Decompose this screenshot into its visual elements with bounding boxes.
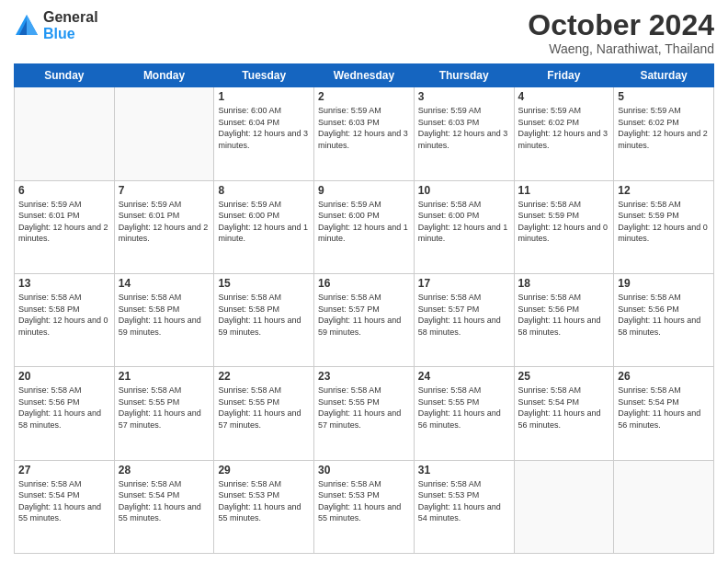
logo-text: General Blue xyxy=(43,9,98,41)
header-row: Sunday Monday Tuesday Wednesday Thursday… xyxy=(15,64,714,87)
calendar-cell: 20Sunrise: 5:58 AM Sunset: 5:56 PM Dayli… xyxy=(15,367,115,460)
day-number: 27 xyxy=(18,464,110,477)
calendar-cell: 10Sunrise: 5:58 AM Sunset: 6:00 PM Dayli… xyxy=(414,180,514,273)
day-number: 28 xyxy=(119,464,210,477)
day-info: Sunrise: 5:58 AM Sunset: 5:58 PM Dayligh… xyxy=(218,292,310,338)
calendar-cell: 5Sunrise: 5:59 AM Sunset: 6:02 PM Daylig… xyxy=(614,87,714,180)
calendar-cell: 1Sunrise: 6:00 AM Sunset: 6:04 PM Daylig… xyxy=(214,87,314,180)
day-info: Sunrise: 5:58 AM Sunset: 5:56 PM Dayligh… xyxy=(18,385,110,431)
day-info: Sunrise: 5:58 AM Sunset: 5:55 PM Dayligh… xyxy=(418,385,510,431)
calendar-cell: 26Sunrise: 5:58 AM Sunset: 5:54 PM Dayli… xyxy=(614,367,714,460)
day-number: 19 xyxy=(618,277,710,290)
calendar-cell: 21Sunrise: 5:58 AM Sunset: 5:55 PM Dayli… xyxy=(114,367,214,460)
calendar-cell: 16Sunrise: 5:58 AM Sunset: 5:57 PM Dayli… xyxy=(314,273,415,366)
header: General Blue October 2024 Waeng, Narathi… xyxy=(14,9,714,56)
calendar-cell: 31Sunrise: 5:58 AM Sunset: 5:53 PM Dayli… xyxy=(414,460,514,553)
calendar-cell xyxy=(614,460,714,553)
calendar-cell xyxy=(114,87,214,180)
day-info: Sunrise: 5:59 AM Sunset: 6:02 PM Dayligh… xyxy=(518,105,610,151)
calendar-cell: 27Sunrise: 5:58 AM Sunset: 5:54 PM Dayli… xyxy=(15,460,115,553)
logo-blue: Blue xyxy=(43,26,98,42)
calendar-cell: 2Sunrise: 5:59 AM Sunset: 6:03 PM Daylig… xyxy=(314,87,415,180)
day-number: 7 xyxy=(119,184,210,197)
calendar-week-5: 27Sunrise: 5:58 AM Sunset: 5:54 PM Dayli… xyxy=(15,460,714,553)
calendar-week-4: 20Sunrise: 5:58 AM Sunset: 5:56 PM Dayli… xyxy=(15,367,714,460)
day-info: Sunrise: 5:58 AM Sunset: 5:53 PM Dayligh… xyxy=(218,478,310,524)
col-saturday: Saturday xyxy=(614,64,714,87)
calendar-cell: 24Sunrise: 5:58 AM Sunset: 5:55 PM Dayli… xyxy=(414,367,514,460)
day-info: Sunrise: 5:58 AM Sunset: 5:58 PM Dayligh… xyxy=(119,292,210,338)
day-number: 25 xyxy=(518,370,610,383)
col-friday: Friday xyxy=(514,64,614,87)
calendar-body: 1Sunrise: 6:00 AM Sunset: 6:04 PM Daylig… xyxy=(15,87,714,554)
calendar-week-3: 13Sunrise: 5:58 AM Sunset: 5:58 PM Dayli… xyxy=(15,273,714,366)
day-number: 29 xyxy=(218,464,310,477)
day-number: 20 xyxy=(18,370,110,383)
calendar-cell xyxy=(514,460,614,553)
day-info: Sunrise: 5:58 AM Sunset: 5:58 PM Dayligh… xyxy=(18,292,110,338)
day-info: Sunrise: 5:58 AM Sunset: 5:54 PM Dayligh… xyxy=(618,385,710,431)
day-number: 30 xyxy=(318,464,410,477)
day-info: Sunrise: 5:59 AM Sunset: 6:01 PM Dayligh… xyxy=(119,199,210,245)
calendar-week-1: 1Sunrise: 6:00 AM Sunset: 6:04 PM Daylig… xyxy=(15,87,714,180)
day-info: Sunrise: 5:58 AM Sunset: 5:57 PM Dayligh… xyxy=(318,292,410,338)
calendar-cell xyxy=(15,87,115,180)
logo-general: General xyxy=(43,9,98,26)
day-number: 6 xyxy=(18,184,110,197)
calendar-cell: 9Sunrise: 5:59 AM Sunset: 6:00 PM Daylig… xyxy=(314,180,415,273)
day-info: Sunrise: 5:58 AM Sunset: 5:59 PM Dayligh… xyxy=(518,199,610,245)
calendar-cell: 6Sunrise: 5:59 AM Sunset: 6:01 PM Daylig… xyxy=(15,180,115,273)
day-info: Sunrise: 5:58 AM Sunset: 5:56 PM Dayligh… xyxy=(618,292,710,338)
day-number: 11 xyxy=(518,184,610,197)
calendar-cell: 13Sunrise: 5:58 AM Sunset: 5:58 PM Dayli… xyxy=(15,273,115,366)
calendar-cell: 14Sunrise: 5:58 AM Sunset: 5:58 PM Dayli… xyxy=(114,273,214,366)
col-tuesday: Tuesday xyxy=(214,64,314,87)
logo: General Blue xyxy=(14,9,98,41)
calendar-cell: 3Sunrise: 5:59 AM Sunset: 6:03 PM Daylig… xyxy=(414,87,514,180)
day-number: 4 xyxy=(518,90,610,103)
day-info: Sunrise: 5:58 AM Sunset: 5:56 PM Dayligh… xyxy=(518,292,610,338)
col-sunday: Sunday xyxy=(15,64,115,87)
page: General Blue October 2024 Waeng, Narathi… xyxy=(0,0,728,563)
day-info: Sunrise: 5:58 AM Sunset: 5:59 PM Dayligh… xyxy=(618,199,710,245)
day-info: Sunrise: 5:59 AM Sunset: 6:03 PM Dayligh… xyxy=(318,105,410,151)
day-number: 12 xyxy=(618,184,710,197)
day-number: 14 xyxy=(119,277,210,290)
calendar-cell: 12Sunrise: 5:58 AM Sunset: 5:59 PM Dayli… xyxy=(614,180,714,273)
calendar-header: Sunday Monday Tuesday Wednesday Thursday… xyxy=(15,64,714,87)
col-monday: Monday xyxy=(114,64,214,87)
day-info: Sunrise: 5:58 AM Sunset: 5:54 PM Dayligh… xyxy=(119,478,210,524)
day-info: Sunrise: 5:59 AM Sunset: 6:00 PM Dayligh… xyxy=(318,199,410,245)
calendar-cell: 11Sunrise: 5:58 AM Sunset: 5:59 PM Dayli… xyxy=(514,180,614,273)
calendar-week-2: 6Sunrise: 5:59 AM Sunset: 6:01 PM Daylig… xyxy=(15,180,714,273)
day-number: 18 xyxy=(518,277,610,290)
day-number: 31 xyxy=(418,464,510,477)
calendar-cell: 4Sunrise: 5:59 AM Sunset: 6:02 PM Daylig… xyxy=(514,87,614,180)
day-info: Sunrise: 5:59 AM Sunset: 6:02 PM Dayligh… xyxy=(618,105,710,151)
day-number: 21 xyxy=(119,370,210,383)
day-info: Sunrise: 5:59 AM Sunset: 6:03 PM Dayligh… xyxy=(418,105,510,151)
logo-icon xyxy=(14,13,40,39)
calendar-cell: 28Sunrise: 5:58 AM Sunset: 5:54 PM Dayli… xyxy=(114,460,214,553)
day-number: 3 xyxy=(418,90,510,103)
day-number: 1 xyxy=(218,90,310,103)
col-thursday: Thursday xyxy=(414,64,514,87)
location-subtitle: Waeng, Narathiwat, Thailand xyxy=(528,41,714,56)
calendar-cell: 23Sunrise: 5:58 AM Sunset: 5:55 PM Dayli… xyxy=(314,367,415,460)
day-number: 8 xyxy=(218,184,310,197)
calendar-cell: 8Sunrise: 5:59 AM Sunset: 6:00 PM Daylig… xyxy=(214,180,314,273)
col-wednesday: Wednesday xyxy=(314,64,415,87)
day-number: 17 xyxy=(418,277,510,290)
svg-marker-2 xyxy=(27,15,38,35)
day-info: Sunrise: 5:58 AM Sunset: 5:53 PM Dayligh… xyxy=(318,478,410,524)
calendar-cell: 18Sunrise: 5:58 AM Sunset: 5:56 PM Dayli… xyxy=(514,273,614,366)
day-info: Sunrise: 5:58 AM Sunset: 5:55 PM Dayligh… xyxy=(119,385,210,431)
day-number: 9 xyxy=(318,184,410,197)
title-section: October 2024 Waeng, Narathiwat, Thailand xyxy=(528,9,714,56)
day-number: 2 xyxy=(318,90,410,103)
day-info: Sunrise: 5:58 AM Sunset: 6:00 PM Dayligh… xyxy=(418,199,510,245)
day-info: Sunrise: 5:58 AM Sunset: 5:55 PM Dayligh… xyxy=(318,385,410,431)
calendar-table: Sunday Monday Tuesday Wednesday Thursday… xyxy=(14,63,714,554)
day-number: 13 xyxy=(18,277,110,290)
day-info: Sunrise: 5:59 AM Sunset: 6:01 PM Dayligh… xyxy=(18,199,110,245)
